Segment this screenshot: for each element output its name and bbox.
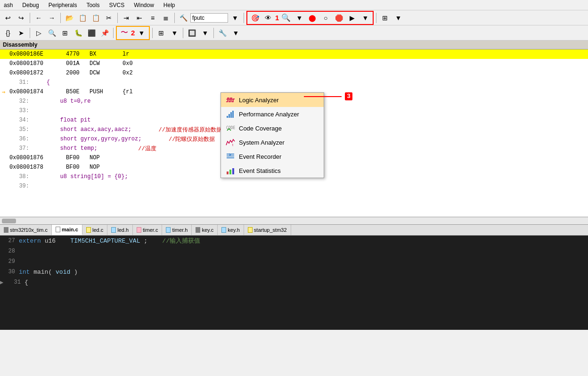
svg-rect-1 bbox=[227, 116, 228, 118]
wrench-button[interactable]: 🔧 bbox=[216, 27, 229, 39]
hex-5: BF00 bbox=[66, 155, 90, 161]
menu-ash[interactable]: ash bbox=[2, 1, 15, 9]
forward-button[interactable]: → bbox=[46, 12, 58, 24]
circle-button[interactable]: ○ bbox=[319, 12, 332, 24]
tab-key-h[interactable]: key.h bbox=[218, 225, 244, 235]
layout-button[interactable]: ⊞ bbox=[59, 27, 71, 39]
chip-button[interactable]: 🔲 bbox=[186, 27, 198, 39]
linenum-36: 36: bbox=[9, 136, 33, 142]
codeline-31: { bbox=[24, 279, 28, 286]
more-dropdown[interactable]: ▼ bbox=[359, 12, 371, 24]
menu-debug[interactable]: Debug bbox=[20, 1, 41, 9]
build-button[interactable]: 🔨 bbox=[177, 12, 189, 24]
menu-tools[interactable]: Tools bbox=[84, 1, 101, 9]
svg-rect-3 bbox=[230, 112, 232, 118]
memory-button[interactable]: ⬛ bbox=[85, 27, 98, 39]
addr-3: 0x08001872 bbox=[9, 70, 66, 76]
no-arrow-34 bbox=[2, 117, 9, 123]
code-36: short gyrox,gyroy,gyroz; bbox=[33, 136, 141, 142]
code-coverage-icon: CODE bbox=[226, 123, 235, 133]
stop-button[interactable]: 🛑 bbox=[333, 12, 345, 24]
sep8 bbox=[113, 28, 114, 38]
open-button[interactable]: 📂 bbox=[63, 12, 75, 24]
format-button[interactable]: ≣ bbox=[160, 12, 172, 24]
search-button[interactable]: 🔍 bbox=[280, 12, 292, 24]
scroll-thumb[interactable] bbox=[2, 219, 16, 223]
braces-button[interactable]: {} bbox=[2, 27, 14, 39]
target-button[interactable]: 🎯 bbox=[249, 12, 261, 24]
dropdown-item-event-recorder[interactable]: Event Recorder bbox=[221, 149, 324, 163]
wave-button[interactable]: 〜 bbox=[118, 27, 131, 39]
codeline-27: extern u16 TIM5CH1_CAPTURE_VAL ; //输入捕获值 bbox=[19, 237, 200, 245]
sep2 bbox=[60, 13, 61, 23]
tab-led-h[interactable]: led.h bbox=[107, 225, 133, 235]
tab-timer-h[interactable]: timer.h bbox=[162, 225, 192, 235]
horizontal-scrollbar[interactable] bbox=[0, 217, 588, 224]
menu-window[interactable]: Window bbox=[132, 1, 156, 9]
redo-button[interactable]: ↪ bbox=[15, 12, 27, 24]
event-statistics-icon bbox=[226, 166, 235, 175]
tab-icon-0 bbox=[4, 227, 8, 233]
code-line-27: 27 extern u16 TIM5CH1_CAPTURE_VAL ; //输入… bbox=[0, 236, 588, 246]
menu-peripherals[interactable]: Peripherals bbox=[47, 1, 79, 9]
tab-timer-c[interactable]: timer.c bbox=[133, 225, 162, 235]
sep1 bbox=[30, 13, 30, 23]
cursor-button[interactable]: ▷ bbox=[33, 27, 45, 39]
file-tabs: stm32f10x_tim.c main.c led.c led.h timer… bbox=[0, 224, 588, 236]
grid-dropdown[interactable]: ▼ bbox=[392, 12, 404, 24]
copy-button[interactable]: 📋 bbox=[76, 12, 89, 24]
tab-startup[interactable]: startup_stm32 bbox=[244, 225, 291, 235]
svg-rect-10 bbox=[227, 172, 229, 174]
linenum-31: 31: bbox=[9, 79, 33, 86]
cut-button[interactable]: ✂ bbox=[103, 12, 115, 24]
mnem-5: NOP bbox=[90, 155, 122, 161]
wave-dropdown[interactable]: ▼ bbox=[135, 27, 147, 39]
no-arrow-39 bbox=[2, 183, 9, 189]
expand-dropdown[interactable]: ▼ bbox=[168, 27, 180, 39]
toolbar-red-box: 🎯 👁 1 🔍 ▼ ⬤ ○ 🛑 ▶ ▼ bbox=[246, 11, 374, 25]
dropdown-item-event-statistics[interactable]: Event Statistics bbox=[221, 163, 324, 178]
linenum-32: 32: bbox=[9, 98, 33, 105]
expand-button[interactable]: ⊞ bbox=[155, 27, 167, 39]
wrench-dropdown[interactable]: ▼ bbox=[229, 27, 242, 39]
search-dropdown[interactable]: ▼ bbox=[293, 12, 305, 24]
no-arrow-37 bbox=[2, 145, 9, 152]
menu-svcs[interactable]: SVCS bbox=[107, 1, 126, 9]
dropdown-item-code-coverage[interactable]: CODE Code Coverage bbox=[221, 121, 324, 135]
sep10 bbox=[183, 28, 183, 38]
tab-led-c[interactable]: led.c bbox=[82, 225, 107, 235]
mnem-2: DCW bbox=[90, 60, 122, 67]
code-panel[interactable]: 27 extern u16 TIM5CH1_CAPTURE_VAL ; //输入… bbox=[0, 236, 588, 330]
chip-dropdown[interactable]: ▼ bbox=[199, 27, 211, 39]
back-button[interactable]: ← bbox=[33, 12, 45, 24]
outdent-button[interactable]: ⇤ bbox=[133, 12, 146, 24]
kw-void-30: void bbox=[56, 269, 70, 276]
tab-key-c[interactable]: key.c bbox=[192, 225, 218, 235]
menu-help[interactable]: Help bbox=[162, 1, 177, 9]
indent-button[interactable]: ⇥ bbox=[120, 12, 132, 24]
align-button[interactable]: ≡ bbox=[147, 12, 159, 24]
paste-button[interactable]: 📋 bbox=[90, 12, 102, 24]
inspect-button[interactable]: 👁 bbox=[262, 12, 274, 24]
comment-36: //陀螺仪原始数据 bbox=[141, 135, 215, 143]
record-button[interactable]: ⬤ bbox=[306, 12, 318, 24]
addr-1: 0x0800186E bbox=[9, 51, 66, 57]
close-30: ) bbox=[74, 269, 78, 276]
grid-button[interactable]: ⊞ bbox=[379, 12, 391, 24]
disasm-row-1: 0x0800186E 4770 BX lr bbox=[0, 49, 588, 59]
zoom-button[interactable]: 🔍 bbox=[46, 27, 58, 39]
dropdown-item-system-analyzer[interactable]: t System Analyzer bbox=[221, 135, 324, 149]
fputc-input[interactable] bbox=[190, 13, 228, 23]
pin-button[interactable]: 📌 bbox=[98, 27, 111, 39]
undo-button[interactable]: ↩ bbox=[2, 12, 14, 24]
sep4 bbox=[174, 13, 175, 23]
dropdown-btn[interactable]: ▼ bbox=[229, 12, 241, 24]
arrow-button[interactable]: ➤ bbox=[15, 27, 27, 39]
dropdown-item-performance-analyzer[interactable]: Performance Analyzer bbox=[221, 107, 324, 121]
run-button[interactable]: ▶ bbox=[346, 12, 358, 24]
tab-stm32f10x-tim[interactable]: stm32f10x_tim.c bbox=[0, 225, 52, 235]
tab-main-c[interactable]: main.c bbox=[52, 225, 82, 235]
debug2-button[interactable]: 🐛 bbox=[72, 27, 84, 39]
disasm-row-3: 0x08001872 2000 DCW 0x2 bbox=[0, 68, 588, 78]
toolbar-row-1: ↩ ↪ ← → 📂 📋 📋 ✂ ⇥ ⇤ ≡ ≣ 🔨 ▼ 🎯 👁 1 🔍 ▼ ⬤ … bbox=[0, 10, 588, 25]
